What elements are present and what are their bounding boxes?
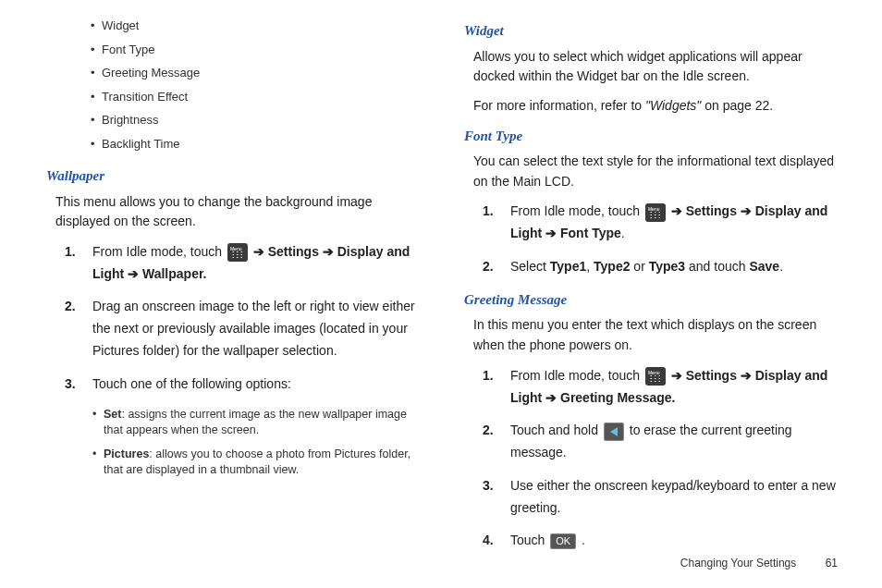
- list-item: Widget: [91, 17, 427, 35]
- step: Touch and hold to erase the current gree…: [483, 420, 845, 464]
- heading-font-type: Font Type: [464, 126, 845, 147]
- arrow-icon: ➔: [741, 368, 755, 383]
- label-type1: Type1: [550, 259, 586, 274]
- wallpaper-intro: This menu allows you to change the backg…: [55, 192, 427, 232]
- page-content: Widget Font Type Greeting Message Transi…: [0, 0, 882, 588]
- step: Touch one of the following options:: [65, 374, 427, 396]
- heading-widget: Widget: [464, 20, 845, 42]
- step: From Idle mode, touch ➔ Settings ➔ Displ…: [65, 241, 427, 286]
- label-save: Save: [749, 259, 779, 274]
- step: Touch OK .: [483, 530, 845, 552]
- text: From Idle mode, touch: [510, 203, 643, 218]
- text: or: [630, 259, 648, 274]
- step: Select Type1, Type2 or Type3 and touch S…: [483, 256, 845, 278]
- list-item: Pictures: allows you to choose a photo f…: [92, 447, 427, 479]
- font-intro: You can select the text style for the in…: [473, 152, 845, 191]
- heading-wallpaper: Wallpaper: [46, 165, 427, 187]
- back-arrow-icon: [604, 423, 624, 441]
- greeting-steps: From Idle mode, touch ➔ Settings ➔ Displ…: [483, 365, 845, 553]
- text: Select: [510, 259, 550, 274]
- ok-button-icon: OK: [550, 533, 576, 549]
- arrow-icon: ➔: [545, 226, 560, 240]
- wallpaper-steps: From Idle mode, touch ➔ Settings ➔ Displ…: [65, 241, 427, 396]
- arrow-icon: ➔: [671, 203, 686, 218]
- font-steps: From Idle mode, touch ➔ Settings ➔ Displ…: [483, 201, 845, 277]
- label-greeting-message: Greeting Message.: [560, 390, 676, 405]
- list-item: Greeting Message: [91, 64, 427, 82]
- text: Touch: [510, 533, 548, 547]
- label-font-type: Font Type: [560, 226, 621, 240]
- arrow-icon: ➔: [741, 203, 755, 218]
- text: : assigns the current image as the new w…: [104, 408, 407, 437]
- arrow-icon: ➔: [128, 266, 142, 281]
- text: ,: [586, 259, 594, 274]
- list-item: Brightness: [91, 111, 427, 129]
- step: Drag an onscreen image to the left or ri…: [65, 296, 427, 361]
- right-column: Widget Allows you to select which widget…: [464, 17, 845, 563]
- step: Use either the onscreen keypad/keyboard …: [483, 475, 845, 520]
- text: .: [582, 533, 585, 547]
- list-item: Transition Effect: [91, 88, 427, 106]
- text: .: [621, 226, 625, 240]
- text: From Idle mode, touch: [510, 368, 643, 383]
- list-item: Backlight Time: [91, 135, 427, 153]
- menu-icon: [645, 203, 666, 222]
- page-number: 61: [826, 557, 838, 570]
- arrow-icon: ➔: [323, 244, 337, 259]
- step: From Idle mode, touch ➔ Settings ➔ Displ…: [483, 365, 845, 410]
- step: From Idle mode, touch ➔ Settings ➔ Displ…: [483, 201, 845, 245]
- widget-p2: For more information, refer to "Widgets"…: [473, 96, 845, 116]
- page-footer: Changing Your Settings 61: [680, 555, 838, 571]
- list-item: Set: assigns the current image as the ne…: [92, 407, 427, 439]
- arrow-icon: ➔: [545, 390, 560, 405]
- text: .: [779, 259, 783, 274]
- text: on page 22.: [701, 98, 773, 113]
- feature-bullet-list: Widget Font Type Greeting Message Transi…: [91, 17, 427, 153]
- text: and touch: [685, 259, 749, 274]
- menu-icon: [227, 243, 248, 262]
- widget-p1: Allows you to select which widget applic…: [473, 47, 845, 87]
- label-settings: Settings: [686, 203, 737, 218]
- label-type2: Type2: [594, 259, 630, 274]
- ref-widgets: "Widgets": [645, 98, 701, 113]
- label-settings: Settings: [268, 244, 319, 259]
- greeting-intro: In this menu you enter the text which di…: [473, 315, 845, 355]
- text: Touch and hold: [510, 423, 602, 437]
- arrow-icon: ➔: [253, 244, 268, 259]
- text: For more information, refer to: [473, 98, 645, 113]
- list-item: Font Type: [91, 41, 427, 59]
- text: : allows you to choose a photo from Pict…: [104, 447, 410, 477]
- footer-section: Changing Your Settings: [680, 557, 796, 570]
- menu-icon: [645, 367, 666, 386]
- option-pictures: Pictures: [104, 447, 149, 460]
- heading-greeting-message: Greeting Message: [464, 289, 845, 311]
- label-type3: Type3: [649, 259, 685, 274]
- option-set: Set: [104, 408, 121, 421]
- text: From Idle mode, touch: [92, 244, 226, 259]
- left-column: Widget Font Type Greeting Message Transi…: [46, 17, 427, 563]
- label-wallpaper: Wallpaper.: [142, 266, 207, 281]
- wallpaper-options: Set: assigns the current image as the ne…: [92, 407, 427, 479]
- label-settings: Settings: [686, 368, 737, 383]
- arrow-icon: ➔: [671, 368, 686, 383]
